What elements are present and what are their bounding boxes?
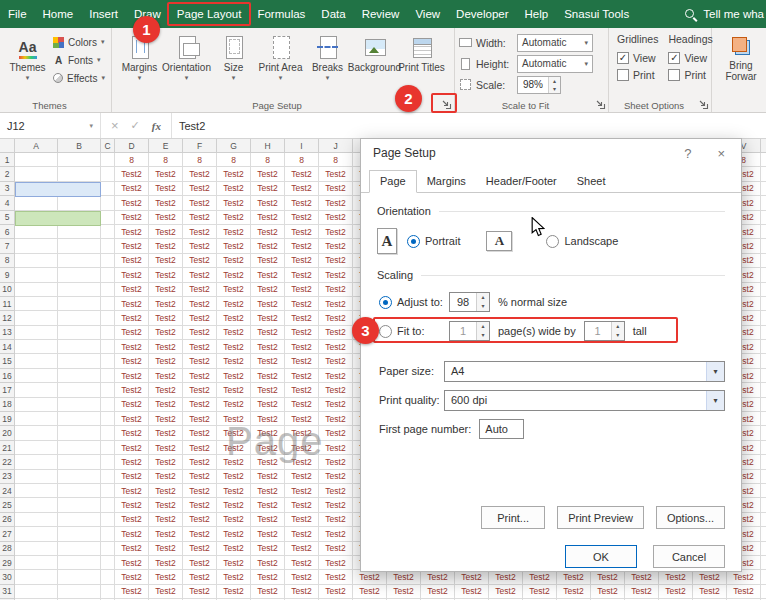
cell-G7[interactable]: Test2 — [217, 239, 251, 253]
cell-K30[interactable]: Test2 — [353, 570, 387, 584]
cell-G16[interactable]: Test2 — [217, 369, 251, 383]
cell-B30[interactable] — [58, 570, 101, 584]
spin-down-icon[interactable] — [549, 85, 560, 93]
cell-F4[interactable]: Test2 — [183, 196, 217, 210]
background-button[interactable]: Background — [351, 31, 398, 96]
cell-F30[interactable]: Test2 — [183, 570, 217, 584]
cell-W16[interactable]: Test2 — [761, 369, 766, 383]
cell-F15[interactable]: Test2 — [183, 354, 217, 368]
cell-G14[interactable]: Test2 — [217, 340, 251, 354]
cell-F27[interactable]: Test2 — [183, 527, 217, 541]
column-header-W[interactable]: W — [761, 139, 766, 153]
cell-A31[interactable] — [15, 585, 58, 599]
cell-A25[interactable] — [15, 498, 58, 512]
height-select[interactable]: Automatic — [517, 55, 593, 73]
cell-A18[interactable] — [15, 398, 58, 412]
cell-C29[interactable] — [101, 556, 115, 570]
column-header-H[interactable]: H — [251, 139, 285, 153]
scale-to-fit-dialog-launcher-icon[interactable] — [595, 99, 606, 110]
cell-D15[interactable]: Test2 — [115, 354, 149, 368]
cell-C22[interactable] — [101, 455, 115, 469]
cell-B15[interactable] — [58, 354, 101, 368]
cell-A14[interactable] — [15, 340, 58, 354]
cell-A20[interactable] — [15, 426, 58, 440]
theme-fonts-button[interactable]: Fonts — [53, 51, 105, 69]
row-header-13[interactable]: 13 — [0, 326, 15, 340]
cell-D3[interactable]: Test2 — [115, 182, 149, 196]
headings-print-checkbox[interactable]: Print — [668, 66, 712, 83]
cell-L30[interactable]: Test2 — [387, 570, 421, 584]
row-header-3[interactable]: 3 — [0, 182, 15, 196]
cell-B4[interactable] — [58, 196, 101, 210]
cell-E10[interactable]: Test2 — [149, 283, 183, 297]
cell-E19[interactable]: Test2 — [149, 412, 183, 426]
cell-C2[interactable] — [101, 167, 115, 181]
cell-C7[interactable] — [101, 239, 115, 253]
cell-D22[interactable]: Test2 — [115, 455, 149, 469]
column-header-I[interactable]: I — [285, 139, 319, 153]
cell-J10[interactable]: Test2 — [319, 283, 353, 297]
spin-up-icon[interactable] — [612, 322, 624, 331]
cell-E25[interactable]: Test2 — [149, 498, 183, 512]
cell-R31[interactable]: Test2 — [591, 585, 625, 599]
cell-G22[interactable]: Test2 — [217, 455, 251, 469]
portrait-radio[interactable]: Portrait — [407, 235, 460, 248]
cell-B31[interactable] — [58, 585, 101, 599]
cell-G25[interactable]: Test2 — [217, 498, 251, 512]
highlighted-cell-row-3[interactable] — [15, 182, 101, 197]
cell-I6[interactable]: Test2 — [285, 225, 319, 239]
cell-A28[interactable] — [15, 542, 58, 556]
cell-G18[interactable]: Test2 — [217, 398, 251, 412]
cell-W11[interactable]: Test2 — [761, 297, 766, 311]
spin-up-icon[interactable] — [549, 77, 560, 85]
cell-J2[interactable]: Test2 — [319, 167, 353, 181]
cell-E27[interactable]: Test2 — [149, 527, 183, 541]
cell-I19[interactable]: Test2 — [285, 412, 319, 426]
cell-C26[interactable] — [101, 513, 115, 527]
cell-J28[interactable]: Test2 — [319, 542, 353, 556]
row-header-12[interactable]: 12 — [0, 311, 15, 325]
cell-E17[interactable]: Test2 — [149, 383, 183, 397]
cell-E18[interactable]: Test2 — [149, 398, 183, 412]
spin-down-icon[interactable] — [477, 331, 489, 340]
cell-E6[interactable]: Test2 — [149, 225, 183, 239]
fit-wide-spinner[interactable]: 1 — [449, 321, 490, 341]
cell-F13[interactable]: Test2 — [183, 326, 217, 340]
cell-E31[interactable]: Test2 — [149, 585, 183, 599]
cell-H19[interactable]: Test2 — [251, 412, 285, 426]
cell-I13[interactable]: Test2 — [285, 326, 319, 340]
cell-H1[interactable]: 8 — [251, 153, 285, 167]
cell-T30[interactable]: Test2 — [659, 570, 693, 584]
cell-D14[interactable]: Test2 — [115, 340, 149, 354]
orientation-button[interactable]: Orientation — [163, 31, 210, 96]
cell-W30[interactable]: Test2 — [761, 570, 766, 584]
cell-B8[interactable] — [58, 254, 101, 268]
cell-I2[interactable]: Test2 — [285, 167, 319, 181]
cell-B24[interactable] — [58, 484, 101, 498]
cell-B28[interactable] — [58, 542, 101, 556]
cell-A2[interactable] — [15, 167, 58, 181]
cell-D25[interactable]: Test2 — [115, 498, 149, 512]
headings-view-checkbox[interactable]: View — [668, 49, 712, 66]
cell-F9[interactable]: Test2 — [183, 268, 217, 282]
cell-W14[interactable]: Test2 — [761, 340, 766, 354]
cell-J26[interactable]: Test2 — [319, 513, 353, 527]
cell-A10[interactable] — [15, 283, 58, 297]
cell-A21[interactable] — [15, 441, 58, 455]
cell-J5[interactable]: Test2 — [319, 211, 353, 225]
cell-G10[interactable]: Test2 — [217, 283, 251, 297]
cell-O31[interactable]: Test2 — [489, 585, 523, 599]
cell-I27[interactable]: Test2 — [285, 527, 319, 541]
insert-function-icon[interactable]: fx — [152, 120, 161, 132]
row-header-19[interactable]: 19 — [0, 412, 15, 426]
cell-I18[interactable]: Test2 — [285, 398, 319, 412]
cell-J13[interactable]: Test2 — [319, 326, 353, 340]
cell-C4[interactable] — [101, 196, 115, 210]
cell-J16[interactable]: Test2 — [319, 369, 353, 383]
cell-D7[interactable]: Test2 — [115, 239, 149, 253]
cell-J30[interactable]: Test2 — [319, 570, 353, 584]
cell-W4[interactable]: Test2 — [761, 196, 766, 210]
cell-D10[interactable]: Test2 — [115, 283, 149, 297]
cell-E2[interactable]: Test2 — [149, 167, 183, 181]
cell-E28[interactable]: Test2 — [149, 542, 183, 556]
